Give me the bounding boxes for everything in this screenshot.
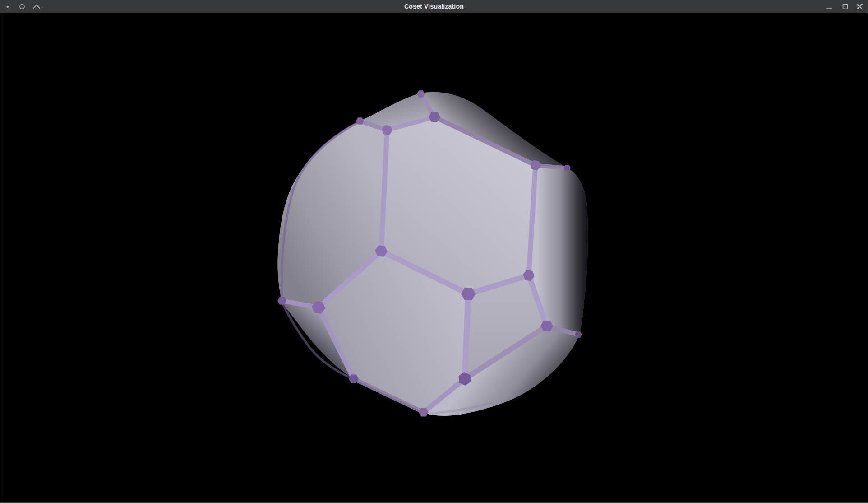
viewport-canvas[interactable] [0,13,868,503]
polyhedron-scene [0,13,868,503]
window-controls [818,0,868,13]
window-title: Coset Visualization [0,0,868,13]
close-button[interactable] [857,4,862,9]
polyhedron-edge [465,294,468,379]
app-window: Coset Visualization [0,0,868,503]
maximize-button[interactable] [843,5,848,9]
window-titlebar[interactable]: Coset Visualization [0,0,868,13]
